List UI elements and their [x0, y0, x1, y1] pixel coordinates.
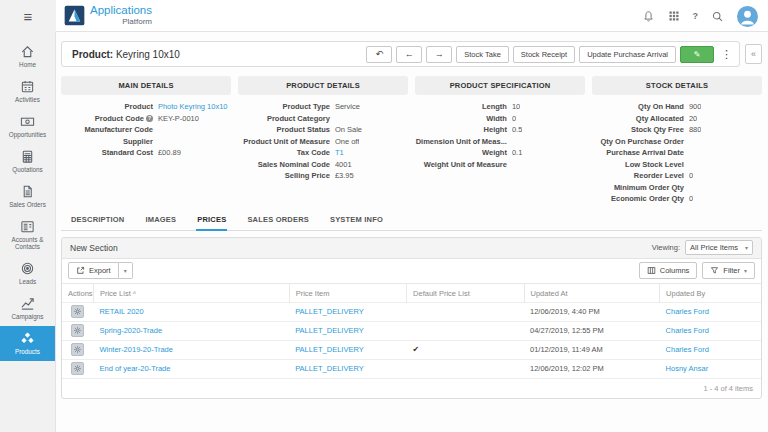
column-header-updated-at[interactable]: Updated At: [524, 284, 660, 303]
sidebar-item-activities[interactable]: Activities: [0, 74, 55, 109]
field-label: Width: [486, 113, 507, 125]
user-avatar[interactable]: [737, 6, 758, 27]
column-header-actions[interactable]: Actions: [62, 284, 93, 303]
field-label: Length: [482, 101, 507, 113]
contact-card-icon: [20, 219, 35, 234]
update-purchase-arrival-button[interactable]: Update Purchase Arrival: [579, 46, 676, 63]
product-link[interactable]: Photo Keyring 10x10: [158, 101, 228, 113]
home-icon: [20, 44, 35, 59]
updated-by-link[interactable]: Hosny Ansar: [666, 364, 709, 373]
sidebar-item-leads[interactable]: Leads: [0, 256, 55, 291]
gear-icon: [73, 364, 82, 373]
collapse-panel-button[interactable]: «: [745, 44, 762, 64]
gear-icon: [73, 345, 82, 354]
field-label: Weight: [482, 147, 507, 159]
price-list-link[interactable]: Spring-2020-Trade: [99, 326, 162, 335]
banknote-icon: [20, 114, 35, 129]
field-label: Product: [125, 101, 153, 113]
field-value: Service: [335, 101, 360, 113]
field-value: £3.95: [335, 170, 354, 182]
price-item-link[interactable]: PALLET_DELIVERY: [295, 326, 364, 335]
cubes-icon: [20, 331, 35, 346]
filter-label: Filter: [723, 266, 740, 275]
tab-sales-orders[interactable]: SALES ORDERS: [246, 212, 310, 231]
tab-description[interactable]: DESCRIPTION: [70, 212, 125, 231]
panel-title: PRODUCT SPECIFICATION: [415, 76, 585, 95]
price-list-link[interactable]: End of year-20-Trade: [99, 364, 170, 373]
sidebar-item-products[interactable]: Products: [0, 326, 55, 361]
updated-at-cell: 12/06/2019, 4:40 PM: [524, 302, 660, 321]
column-header-updated-by[interactable]: Updated By: [660, 284, 761, 303]
row-actions-gear-button[interactable]: [71, 362, 84, 375]
search-icon[interactable]: [711, 10, 724, 23]
filter-button[interactable]: Filter ▾: [702, 262, 755, 279]
price-list-link[interactable]: RETAIL 2020: [99, 307, 143, 316]
columns-icon: [647, 266, 656, 275]
sidebar-item-home[interactable]: Home: [0, 39, 55, 74]
field-label: Product Status: [277, 124, 330, 136]
field-label: Qty Allocated: [636, 113, 684, 125]
row-actions-gear-button[interactable]: [71, 305, 84, 318]
sidebar-item-sales-orders[interactable]: Sales Orders: [0, 179, 55, 214]
tab-images[interactable]: IMAGES: [144, 212, 177, 231]
field-value: 0.5: [512, 124, 522, 136]
edit-button[interactable]: ✎: [680, 46, 714, 63]
sidebar-item-label: Leads: [19, 278, 36, 285]
updated-at-cell: 01/12/2019, 11:49 AM: [524, 340, 660, 359]
panel-product-specification: PRODUCT SPECIFICATION Length10 Width0 He…: [415, 76, 585, 205]
field-label: Product Type: [283, 101, 330, 113]
columns-button[interactable]: Columns: [639, 262, 698, 279]
more-options-button[interactable]: ⋮: [718, 48, 735, 61]
updated-by-link[interactable]: Charles Ford: [666, 307, 709, 316]
field-value: 0: [689, 170, 693, 182]
stock-take-button[interactable]: Stock Take: [456, 46, 509, 63]
field-label: Tax Code: [297, 147, 330, 159]
tab-prices[interactable]: PRICES: [196, 212, 227, 231]
row-actions-gear-button[interactable]: [71, 343, 84, 356]
tab-system-info[interactable]: SYSTEM INFO: [329, 212, 384, 231]
updated-at-cell: 04/27/2019, 12:55 PM: [524, 321, 660, 340]
previous-record-button[interactable]: ←: [396, 46, 422, 63]
sidebar-item-opportunities[interactable]: Opportunities: [0, 109, 55, 144]
viewing-select[interactable]: All Price Items ▾: [685, 240, 753, 255]
prices-grid: New Section Viewing: All Price Items ▾ E…: [61, 237, 762, 399]
sidebar-item-label: Quotations: [12, 166, 42, 173]
pagination-summary: 1 - 4 of 4 items: [62, 378, 761, 398]
apps-grid-icon[interactable]: [668, 10, 680, 22]
sidebar-item-label: Home: [19, 61, 36, 68]
row-actions-gear-button[interactable]: [71, 324, 84, 337]
column-header-price-item[interactable]: Price Item: [289, 284, 406, 303]
notifications-bell-icon[interactable]: [642, 10, 655, 23]
stock-receipt-button[interactable]: Stock Receipt: [513, 46, 575, 63]
sidebar-item-campaigns[interactable]: Campaigns: [0, 291, 55, 326]
table-row: End of year-20-Trade PALLET_DELIVERY 12/…: [62, 359, 761, 378]
undo-button[interactable]: ↶: [366, 46, 392, 63]
export-button[interactable]: Export: [68, 262, 119, 279]
record-tabs: DESCRIPTION IMAGES PRICES SALES ORDERS S…: [61, 212, 762, 231]
help-icon[interactable]: ?: [693, 11, 699, 21]
price-item-link[interactable]: PALLET_DELIVERY: [295, 345, 364, 354]
tax-code-link[interactable]: T1: [335, 147, 344, 159]
field-value: 4001: [335, 159, 352, 171]
column-header-default-price-list[interactable]: Default Price List: [407, 284, 524, 303]
chevron-down-icon: ▾: [744, 267, 747, 274]
updated-by-link[interactable]: Charles Ford: [666, 345, 709, 354]
hamburger-menu-button[interactable]: ≡: [0, 0, 56, 32]
sidebar-item-accounts-contacts[interactable]: Accounts & Contacts: [0, 214, 55, 256]
price-item-link[interactable]: PALLET_DELIVERY: [295, 364, 364, 373]
next-record-button[interactable]: →: [426, 46, 452, 63]
updated-by-link[interactable]: Charles Ford: [666, 326, 709, 335]
panel-main-details: MAIN DETAILS ProductPhoto Keyring 10x10 …: [61, 76, 231, 205]
viewing-value: All Price Items: [690, 243, 738, 252]
sidebar-item-quotations[interactable]: Quotations: [0, 144, 55, 179]
page-title-label: Product:: [72, 49, 113, 60]
field-value: 20: [689, 113, 697, 125]
field-label: Manufacturer Code: [85, 124, 153, 136]
export-dropdown-button[interactable]: ▾: [119, 262, 133, 279]
section-title: New Section: [70, 243, 118, 253]
price-list-link[interactable]: Winter-2019-20-Trade: [99, 345, 173, 354]
target-icon: [20, 261, 35, 276]
field-label: Product Unit of Measure: [243, 136, 330, 148]
price-item-link[interactable]: PALLET_DELIVERY: [295, 307, 364, 316]
column-header-price-list[interactable]: Price List^: [93, 284, 289, 303]
